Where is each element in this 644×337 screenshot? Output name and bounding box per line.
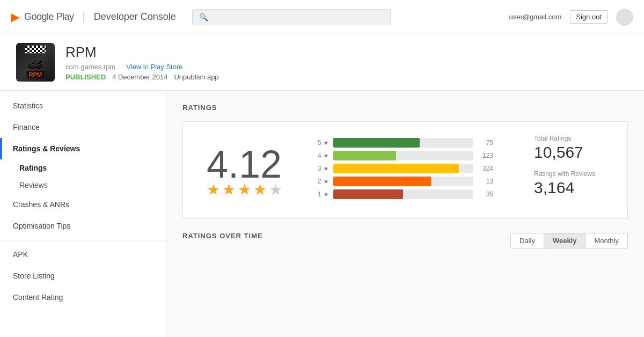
bar-count-1: 35 (477, 191, 493, 198)
logo-google-play: Google Play (24, 11, 74, 23)
total-ratings-value: 10,567 (534, 143, 614, 162)
publish-date: 4 December 2014 (112, 73, 167, 81)
ratings-bar-chart: 5 ★ 75 4 ★ 123 3 ★ (314, 138, 513, 202)
sign-out-button[interactable]: Sign out (570, 10, 608, 24)
logo-area: ▶ Google Play | Developer Console (11, 10, 176, 24)
over-time-title: RATINGS OVER TIME (182, 232, 263, 240)
sidebar-item-apk-label: APK (13, 250, 28, 259)
bar-count-3: 324 (477, 165, 493, 172)
bar-row-3: 3 ★ 324 (314, 164, 513, 173)
sidebar-item-store-listing-label: Store Listing (13, 272, 55, 280)
bar-track-3 (333, 164, 473, 173)
ratings-card: 4.12 ★ ★ ★ ★ ★ 5 ★ 75 (182, 121, 628, 219)
bar-label-5: 5 ★ (314, 139, 329, 146)
star-4: ★ (253, 181, 267, 199)
logo-developer-console: Developer Console (94, 11, 176, 23)
app-header: 🏎 RPM RPM com.games.rpm View in Play Sto… (0, 34, 644, 91)
play-logo-icon: ▶ (11, 10, 20, 24)
time-period-buttons: Daily Weekly Monthly (510, 233, 628, 248)
top-header: ▶ Google Play | Developer Console 🔍 user… (0, 0, 644, 34)
search-bar[interactable]: 🔍 (192, 9, 391, 25)
sidebar-item-finance[interactable]: Finance (0, 116, 166, 138)
ratings-over-time-section: RATINGS OVER TIME Daily Weekly Monthly (182, 232, 628, 250)
monthly-button[interactable]: Monthly (586, 233, 628, 248)
daily-button[interactable]: Daily (510, 233, 544, 248)
bar-label-1: 1 ★ (314, 191, 329, 198)
bar-fill-1 (333, 189, 403, 199)
logo-divider: | (83, 11, 85, 23)
sidebar-item-finance-label: Finance (13, 123, 40, 131)
sidebar-item-ratings-reviews-label: Ratings & Reviews (13, 144, 80, 153)
sidebar-subitem-ratings-label: Ratings (19, 164, 47, 172)
main-layout: Statistics Finance Ratings & Reviews Rat… (0, 91, 644, 337)
car-icon: 🏎 (28, 55, 43, 73)
bar-fill-2 (333, 177, 431, 186)
average-rating-value: 4.12 (196, 142, 292, 186)
star-5: ★ (269, 181, 282, 199)
bar-track-4 (333, 151, 473, 160)
star-2: ★ (222, 181, 236, 199)
sidebar-item-apk[interactable]: APK (0, 244, 166, 265)
unpublish-button[interactable]: Unpublish app (174, 73, 218, 81)
sidebar-divider (0, 240, 166, 240)
app-icon-bg: 🏎 RPM (16, 43, 55, 82)
header-right: user@gmail.com Sign out (509, 9, 633, 26)
time-header: RATINGS OVER TIME Daily Weekly Monthly (182, 232, 628, 250)
sidebar-item-ratings-reviews[interactable]: Ratings & Reviews (0, 138, 166, 159)
checkered-flag-icon (25, 45, 46, 54)
sidebar-item-store-listing[interactable]: Store Listing (0, 265, 166, 287)
app-package: com.games.rpm (65, 63, 115, 71)
bar-row-5: 5 ★ 75 (314, 138, 513, 148)
bar-track-2 (333, 177, 473, 186)
sidebar-item-statistics[interactable]: Statistics (0, 95, 166, 116)
ratings-section-title: RATINGS (182, 104, 628, 112)
bar-label-4: 4 ★ (314, 152, 329, 159)
star-1: ★ (207, 181, 220, 199)
ratings-with-reviews-value: 3,164 (534, 179, 614, 197)
bar-fill-3 (333, 164, 459, 173)
sidebar-item-crashes-label: Crashes & ANRs (13, 200, 69, 209)
sidebar-item-content-rating[interactable]: Content Rating (0, 287, 166, 308)
star-3: ★ (238, 181, 251, 199)
search-input[interactable] (213, 13, 384, 21)
sidebar: Statistics Finance Ratings & Reviews Rat… (0, 91, 166, 337)
sidebar-item-statistics-label: Statistics (13, 101, 43, 110)
ratings-with-reviews-label: Ratings with Reviews (534, 170, 614, 178)
sidebar-item-optimisation[interactable]: Optimisation Tips (0, 215, 166, 237)
weekly-button[interactable]: Weekly (544, 233, 586, 248)
app-info: RPM com.games.rpm View in Play Store PUB… (65, 44, 219, 81)
published-status: PUBLISHED (65, 73, 106, 81)
app-title: RPM (65, 44, 219, 61)
app-icon-label: RPM (27, 71, 44, 78)
bar-track-1 (333, 189, 473, 199)
stars-row: ★ ★ ★ ★ ★ (196, 181, 292, 199)
user-email: user@gmail.com (509, 13, 562, 21)
search-icon: 🔍 (199, 13, 208, 21)
view-in-play-store-link[interactable]: View in Play Store (126, 63, 182, 71)
sidebar-subitem-ratings[interactable]: Ratings (0, 159, 166, 177)
sidebar-item-optimisation-label: Optimisation Tips (13, 222, 70, 230)
bar-label-3: 3 ★ (314, 165, 329, 172)
average-rating-block: 4.12 ★ ★ ★ ★ ★ (196, 142, 292, 199)
bar-row-4: 4 ★ 123 (314, 151, 513, 160)
bar-label-2: 2 ★ (314, 178, 329, 185)
app-icon: 🏎 RPM (16, 43, 55, 82)
totals-section: Total Ratings 10,567 Ratings with Review… (534, 135, 614, 206)
total-ratings-label: Total Ratings (534, 135, 614, 142)
bar-count-2: 13 (477, 178, 493, 185)
content-area: RATINGS 4.12 ★ ★ ★ ★ ★ 5 ★ (166, 91, 644, 337)
bar-track-5 (333, 138, 473, 148)
app-status-row: PUBLISHED 4 December 2014 Unpublish app (65, 73, 219, 81)
bar-row-2: 2 ★ 13 (314, 177, 513, 186)
sidebar-subitem-reviews-label: Reviews (19, 181, 48, 189)
bar-count-4: 123 (477, 152, 493, 159)
avatar (616, 9, 633, 26)
sidebar-item-crashes[interactable]: Crashes & ANRs (0, 194, 166, 215)
bar-fill-4 (333, 151, 396, 160)
bar-row-1: 1 ★ 35 (314, 189, 513, 199)
sidebar-subitem-reviews[interactable]: Reviews (0, 177, 166, 194)
bar-count-5: 75 (477, 139, 493, 146)
sidebar-item-content-rating-label: Content Rating (13, 293, 63, 302)
bar-fill-5 (333, 138, 420, 148)
